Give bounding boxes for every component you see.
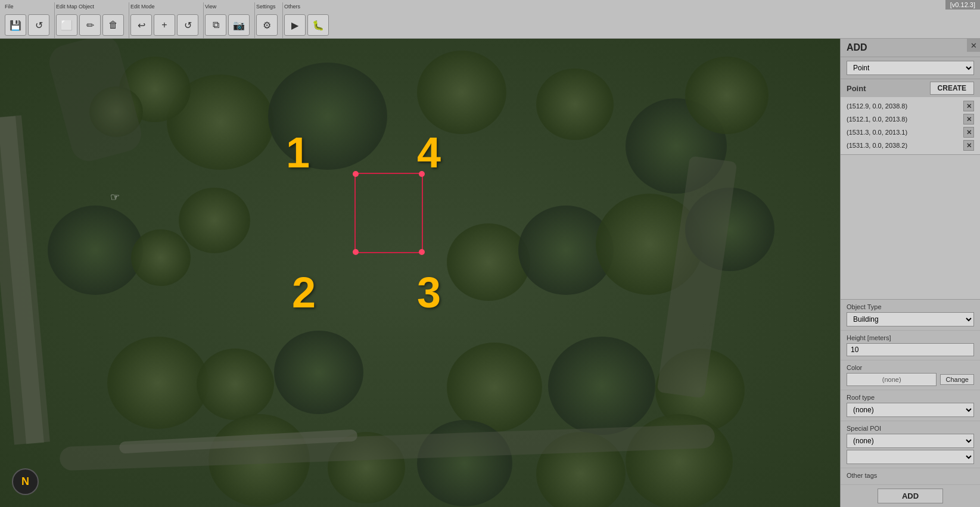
settings-label: Settings <box>256 4 276 10</box>
object-type-row: Object Type Building Tree Road Other <box>841 300 980 331</box>
object-type-select[interactable]: Building Tree Road Other <box>847 312 974 326</box>
view-label: View <box>205 4 216 10</box>
special-poi-select[interactable]: (none) School Hospital Park <box>847 434 974 448</box>
map-area[interactable]: 1 2 3 4 ☞ N <box>0 39 840 507</box>
toolbar-section-edit-map: Edit Map Object ⬜ ✏ 🗑 <box>56 2 129 38</box>
map-rectangle <box>354 173 423 253</box>
add-mode-button[interactable]: + <box>154 14 175 36</box>
point-delete-0[interactable]: ✕ <box>963 101 974 111</box>
file-label: File <box>5 4 14 10</box>
rect-corner-tr[interactable] <box>419 171 425 177</box>
settings-button[interactable]: ⚙ <box>256 14 278 36</box>
save-button[interactable]: 💾 <box>5 14 26 36</box>
point-row-1: (1512.1, 0.0, 2013.8) ✕ <box>841 113 980 126</box>
toolbar-section-edit-mode: Edit Mode ↩ + ↺ <box>130 2 204 38</box>
layers-button[interactable]: ⧉ <box>205 14 226 36</box>
special-poi-row: Special POI (none) School Hospital Park <box>841 421 980 468</box>
others-label: Others <box>284 4 300 10</box>
points-list: (1512.9, 0.0, 2038.8) ✕ (1512.1, 0.0, 20… <box>841 97 980 155</box>
height-label: Height [meters] <box>847 334 974 341</box>
points-header-label: Point <box>847 84 866 93</box>
type-dropdown-row: Point Line Polygon Building <box>841 57 980 79</box>
corner-number-4: 4 <box>417 131 441 174</box>
other-tags-label: Other tags <box>847 472 974 479</box>
version-bar: [v0.12.3] <box>945 0 980 10</box>
change-color-button[interactable]: Change <box>940 374 974 385</box>
camera-button[interactable]: 📷 <box>228 14 250 36</box>
right-panel: ✕ ADD Point Line Polygon Building Point … <box>840 39 980 507</box>
edit-map-label: Edit Map Object <box>56 4 94 10</box>
height-row: Height [meters] <box>841 331 980 360</box>
edit-object-button[interactable]: ✏ <box>79 14 101 36</box>
undo-mode-button[interactable]: ↩ <box>130 14 152 36</box>
height-input[interactable] <box>847 343 974 356</box>
new-object-button[interactable]: ⬜ <box>56 14 77 36</box>
corner-number-1: 1 <box>286 131 310 174</box>
point-coords-3: (1531.3, 0.0, 2038.2) <box>847 142 963 149</box>
main-layout: 1 2 3 4 ☞ N ✕ ADD <box>0 39 980 507</box>
point-coords-0: (1512.9, 0.0, 2038.8) <box>847 102 963 110</box>
panel-title: ADD <box>841 39 980 57</box>
compass: N <box>12 468 39 495</box>
point-delete-3[interactable]: ✕ <box>963 140 974 151</box>
toolbar-section-settings: Settings ⚙ <box>256 2 283 38</box>
point-coords-1: (1512.1, 0.0, 2013.8) <box>847 116 963 123</box>
toolbar-section-file: File 💾 ↺ <box>5 2 55 38</box>
delete-object-button[interactable]: 🗑 <box>102 14 124 36</box>
add-button-row: ADD <box>841 485 980 507</box>
toolbar-section-others: Others ▶ 🐛 <box>284 2 334 38</box>
corner-number-3: 3 <box>417 271 441 314</box>
color-label: Color <box>847 364 974 371</box>
point-row-0: (1512.9, 0.0, 2038.8) ✕ <box>841 99 980 113</box>
corner-number-2: 2 <box>292 271 316 314</box>
other-tags-row: Other tags <box>841 468 980 485</box>
color-row: Color (none) Change <box>841 360 980 390</box>
point-coords-2: (1531.3, 0.0, 2013.1) <box>847 129 963 136</box>
play-button[interactable]: ▶ <box>284 14 306 36</box>
points-header: Point CREATE <box>841 79 980 97</box>
empty-space <box>841 155 980 300</box>
object-type-label: Object Type <box>847 303 974 310</box>
toolbar: File 💾 ↺ Edit Map Object ⬜ ✏ 🗑 Edit Mode… <box>0 0 980 39</box>
rect-corner-br[interactable] <box>419 249 425 255</box>
special-poi-sub-select[interactable] <box>847 450 974 464</box>
point-row-3: (1531.3, 0.0, 2038.2) ✕ <box>841 139 980 152</box>
debug-button[interactable]: 🐛 <box>307 14 329 36</box>
roof-type-select[interactable]: (none) Flat Gabled Hipped <box>847 403 974 417</box>
create-button[interactable]: CREATE <box>930 82 974 95</box>
edit-mode-label: Edit Mode <box>130 4 155 10</box>
color-preview: (none) <box>847 373 937 386</box>
type-select[interactable]: Point Line Polygon Building <box>847 61 974 75</box>
point-delete-2[interactable]: ✕ <box>963 127 974 138</box>
redo-button[interactable]: ↺ <box>28 14 49 36</box>
roof-type-label: Roof type <box>847 394 974 401</box>
special-poi-label: Special POI <box>847 425 974 432</box>
rect-corner-bl[interactable] <box>353 249 359 255</box>
toolbar-section-view: View ⧉ 📷 <box>205 2 255 38</box>
point-row-2: (1531.3, 0.0, 2013.1) ✕ <box>841 126 980 139</box>
point-delete-1[interactable]: ✕ <box>963 114 974 125</box>
add-button[interactable]: ADD <box>878 489 943 503</box>
reset-mode-button[interactable]: ↺ <box>177 14 198 36</box>
form-section: Object Type Building Tree Road Other Hei… <box>841 300 980 507</box>
panel-close-button[interactable]: ✕ <box>967 39 980 52</box>
rect-corner-tl[interactable] <box>353 171 359 177</box>
roof-type-row: Roof type (none) Flat Gabled Hipped <box>841 390 980 421</box>
